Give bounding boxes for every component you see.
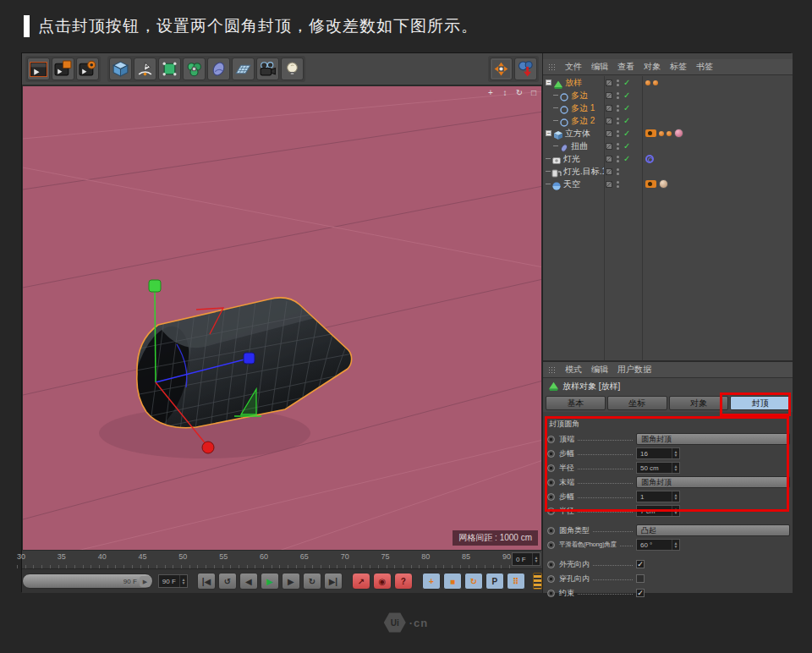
tab-对象[interactable]: 对象 <box>669 396 729 410</box>
tab-封顶[interactable]: 封顶 <box>730 396 790 410</box>
param-key-icon[interactable] <box>547 541 555 549</box>
visibility-dots-icon[interactable] <box>617 80 619 86</box>
render-picture-viewer-button[interactable] <box>52 58 74 80</box>
drag-grip-icon[interactable] <box>548 366 556 374</box>
param-key-icon[interactable] <box>547 479 555 486</box>
visibility-dots-icon[interactable] <box>617 168 619 175</box>
param-key-icon[interactable] <box>547 436 555 443</box>
stepper-icon[interactable]: ▲▼ <box>672 463 679 473</box>
visibility-dots-icon[interactable] <box>617 130 619 137</box>
spheres-arrow-button[interactable] <box>514 58 537 80</box>
enabled-check-icon[interactable]: ✓ <box>623 91 632 100</box>
camera-button[interactable] <box>256 58 279 80</box>
visibility-dots-icon[interactable] <box>617 105 619 112</box>
object-row-灯光[interactable]: 灯光✓ <box>543 152 793 165</box>
enabled-check-icon[interactable]: ✓ <box>623 78 632 87</box>
步幅-field[interactable]: 16▲▼ <box>636 447 680 459</box>
layer-toggle-icon[interactable] <box>606 80 612 86</box>
layer-toggle-icon[interactable] <box>606 143 612 150</box>
om-menu-文件[interactable]: 文件 <box>565 61 582 73</box>
stepper-icon[interactable]: ▲▼ <box>179 575 187 587</box>
rotate-button[interactable]: ↻ <box>464 573 483 590</box>
param-key-icon[interactable] <box>547 561 555 568</box>
param-key-icon[interactable] <box>547 493 555 501</box>
dot-tag-icon[interactable] <box>653 80 658 85</box>
param-key-icon[interactable] <box>547 464 555 472</box>
stepper-icon[interactable]: ▲▼ <box>532 553 540 565</box>
tab-基本[interactable]: 基本 <box>546 396 606 410</box>
om-menu-查看[interactable]: 查看 <box>617 61 634 73</box>
layer-toggle-icon[interactable] <box>606 118 612 124</box>
drag-grip-icon[interactable] <box>548 63 556 71</box>
play-button[interactable]: ▶ <box>261 573 279 590</box>
rotate-view-icon[interactable]: ↻ <box>514 88 524 98</box>
enabled-check-icon[interactable]: ✓ <box>623 116 632 125</box>
om-menu-对象[interactable]: 对象 <box>644 61 661 73</box>
record-key-button[interactable]: ↗ <box>352 573 370 590</box>
range-end-field[interactable]: 90 F ▲▼ <box>158 574 188 588</box>
autokey-button[interactable]: ◉ <box>373 573 392 590</box>
param-key-icon[interactable] <box>547 508 555 515</box>
om-menu-编辑[interactable]: 编辑 <box>591 61 608 73</box>
coords-button[interactable]: P <box>486 573 504 590</box>
visibility-dots-icon[interactable] <box>617 181 619 188</box>
generator-button[interactable] <box>158 58 181 80</box>
stepper-icon[interactable]: ▲▼ <box>672 448 679 458</box>
expand-toggle-icon[interactable]: − <box>546 80 551 85</box>
layer-toggle-icon[interactable] <box>606 181 612 188</box>
visibility-dots-icon[interactable] <box>617 92 619 99</box>
enabled-check-icon[interactable]: ✓ <box>623 129 632 138</box>
enabled-check-icon[interactable]: ✓ <box>623 141 632 151</box>
半径-field[interactable]: 50 cm▲▼ <box>636 462 680 474</box>
deformer-button[interactable] <box>207 58 230 80</box>
next-frame-button[interactable]: ▶ <box>282 573 300 590</box>
object-row-多边 2[interactable]: 多边 2✓ <box>543 114 793 127</box>
spline-pen-button[interactable] <box>134 58 156 80</box>
render-settings-button[interactable] <box>76 58 99 80</box>
平滑着色(Phong)角度-field[interactable]: 60 °▲▼ <box>636 539 680 551</box>
am-menu-编辑[interactable]: 编辑 <box>591 364 608 376</box>
range-expand-button[interactable]: ▶ <box>140 576 151 587</box>
axis-center-button[interactable] <box>490 58 513 80</box>
param-key-icon[interactable] <box>547 527 555 535</box>
stepper-icon[interactable]: ▲▼ <box>672 491 679 502</box>
object-row-多边 1[interactable]: 多边 1✓ <box>543 102 793 114</box>
object-row-灯光.目标.1[interactable]: 灯光.目标.1 <box>543 165 793 178</box>
current-frame-field[interactable]: 0 F ▲▼ <box>512 552 540 566</box>
timeline-ruler[interactable]: 30354045505560657075808590 0 F ▲▼ <box>22 551 542 569</box>
param-key-icon[interactable] <box>547 450 555 458</box>
goto-end-button[interactable]: ▶| <box>324 573 343 590</box>
render-view-button[interactable] <box>27 58 50 80</box>
stepper-icon[interactable]: ▲▼ <box>672 506 679 516</box>
om-menu-标签[interactable]: 标签 <box>670 61 687 73</box>
visibility-dots-icon[interactable] <box>617 156 619 162</box>
visibility-dots-icon[interactable] <box>617 118 619 124</box>
object-row-扭曲[interactable]: 扭曲✓ <box>543 140 793 152</box>
外壳向内-checkbox[interactable]: ✓ <box>636 560 645 568</box>
display-tag-icon[interactable] <box>645 129 656 137</box>
am-menu-用户数据[interactable]: 用户数据 <box>617 364 651 376</box>
dot-tag-icon[interactable] <box>659 131 664 136</box>
loft-object[interactable] <box>122 294 354 436</box>
圆角类型-dropdown[interactable]: 凸起 <box>636 524 790 536</box>
environment-floor-button[interactable] <box>232 58 255 80</box>
grid-dots-button[interactable]: ⠿ <box>507 573 525 590</box>
末端-dropdown[interactable]: 圆角封顶 <box>636 476 790 488</box>
material-skin-tag-icon[interactable] <box>659 179 668 189</box>
enabled-check-icon[interactable]: ✓ <box>623 103 632 112</box>
expand-toggle-icon[interactable]: − <box>546 130 551 136</box>
viewport-3d[interactable]: +↕↻□ 网格间距 : 1000 cm <box>22 85 542 551</box>
visibility-dots-icon[interactable] <box>617 143 619 150</box>
am-menu-模式[interactable]: 模式 <box>565 364 582 376</box>
穿孔向内-checkbox[interactable] <box>636 574 645 583</box>
半径-field[interactable]: 7 cm▲▼ <box>636 505 680 517</box>
dot-tag-icon[interactable] <box>667 131 672 136</box>
filmstrip-icon[interactable] <box>533 573 542 590</box>
object-row-放样[interactable]: −放样✓ <box>543 76 793 89</box>
tab-坐标[interactable]: 坐标 <box>607 396 667 410</box>
goto-start-button[interactable]: |◀ <box>197 573 216 590</box>
om-menu-书签[interactable]: 书签 <box>696 61 713 73</box>
layer-toggle-icon[interactable] <box>606 156 612 162</box>
move-button[interactable]: + <box>422 573 441 590</box>
pan-view-icon[interactable]: + <box>486 88 496 98</box>
